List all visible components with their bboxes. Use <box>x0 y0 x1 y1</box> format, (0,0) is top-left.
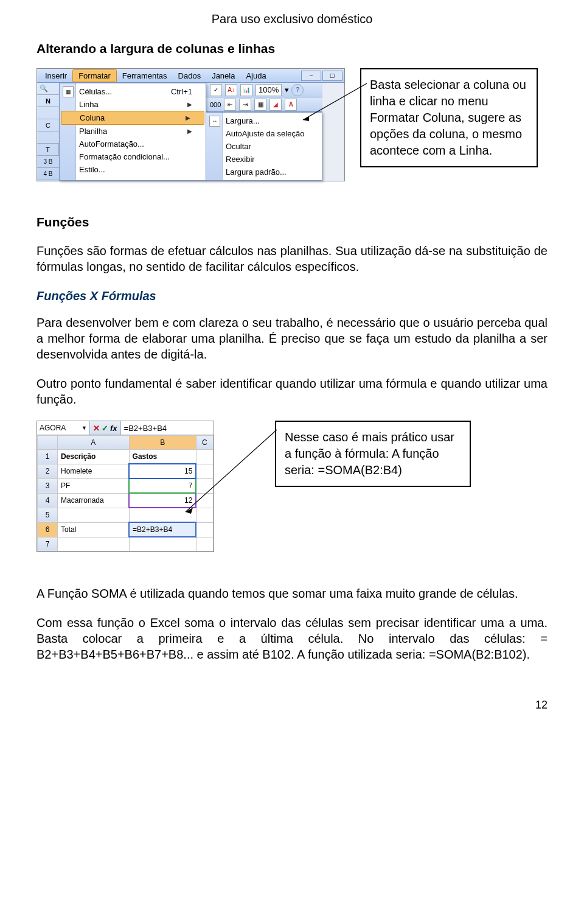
col-header-a[interactable]: A <box>58 436 130 450</box>
menu-dados[interactable]: Dados <box>173 70 207 82</box>
sort-icon[interactable]: A↓ <box>225 84 237 96</box>
svg-line-2 <box>186 430 277 512</box>
paragraph: Outro ponto fundamental é saber identifi… <box>36 376 548 407</box>
cell[interactable] <box>58 508 130 522</box>
row-header[interactable]: 1 <box>38 450 58 464</box>
menu-janela[interactable]: Janela <box>206 70 240 82</box>
menu-item-formatacao-cond[interactable]: Formatação condicional... <box>60 150 206 163</box>
cell[interactable]: Macarronada <box>58 493 130 508</box>
zoom-combo[interactable]: 100% <box>255 84 282 96</box>
menubar: Inserir Formatar Ferramentas Dados Janel… <box>37 69 344 83</box>
chart-icon[interactable]: 📊 <box>240 84 252 96</box>
menu-item-celulas[interactable]: ▦ Células... Ctrl+1 <box>60 85 206 98</box>
submenu-reexibir[interactable]: Reexibir <box>206 153 322 166</box>
menu-inserir[interactable]: Inserir <box>40 70 72 82</box>
row-gutter: 🔍 N C T 3 B 4 B <box>37 83 59 181</box>
page-number: 12 <box>36 699 548 712</box>
select-all-corner[interactable] <box>38 436 58 450</box>
screenshot-menu-formatar: Inserir Formatar Ferramentas Dados Janel… <box>36 68 345 181</box>
figure-1-row: Inserir Formatar Ferramentas Dados Janel… <box>36 68 548 181</box>
cells-icon: ▦ <box>63 86 74 97</box>
row-header[interactable]: 2 <box>38 464 58 478</box>
menu-item-estilo[interactable]: Estilo... <box>60 163 206 176</box>
cell[interactable]: PF <box>58 478 130 493</box>
cell[interactable] <box>58 537 130 551</box>
fill-icon[interactable]: ◢ <box>269 99 282 111</box>
row-header[interactable]: 6 <box>38 522 58 537</box>
cell[interactable] <box>129 537 196 551</box>
leader-line <box>303 102 358 138</box>
header-note: Para uso exclusivo doméstico <box>36 12 548 26</box>
paragraph: Com essa função o Excel soma o intervalo… <box>36 615 548 662</box>
minimize-icon[interactable]: – <box>301 71 321 81</box>
cell[interactable]: Total <box>58 522 130 537</box>
name-box[interactable]: AGORA▼ <box>37 421 90 435</box>
chevron-right-icon: ▶ <box>187 128 192 135</box>
paragraph: A Função SOMA é utilizada quando temos q… <box>36 586 548 601</box>
submenu-largura-padrao[interactable]: Largura padrão... <box>206 166 322 178</box>
help-icon[interactable]: ? <box>291 84 304 96</box>
row-header[interactable]: 3 <box>38 478 58 493</box>
font-color-icon[interactable]: A <box>285 99 297 111</box>
menu-ajuda[interactable]: Ajuda <box>240 70 271 82</box>
window-controls: – ▢ <box>301 71 344 81</box>
menu-item-autoformatacao[interactable]: AutoFormatação... <box>60 138 206 150</box>
dropdown-container: ▦ Células... Ctrl+1 Linha▶ Coluna▶ <box>59 83 322 181</box>
paragraph: Para desenvolver bem e com clareza o seu… <box>36 315 548 362</box>
submenu-ocultar[interactable]: Ocultar <box>206 140 322 153</box>
row-header[interactable]: 7 <box>38 537 58 551</box>
fx-icon[interactable]: fx <box>110 424 117 433</box>
width-icon: ↔ <box>209 116 220 127</box>
indent-left-icon[interactable]: ⇤ <box>224 99 236 111</box>
spellcheck-icon[interactable]: ✓ <box>210 84 222 96</box>
menu-item-linha[interactable]: Linha▶ <box>60 98 206 111</box>
row-header[interactable]: 4 <box>38 493 58 508</box>
callout-1: Basta selecionar a coluna ou linha e cli… <box>360 68 538 167</box>
figure-2-row: AGORA▼ ✕ ✓ fx =B2+B3+B4 A B C 1 D <box>36 421 548 552</box>
section-title-1: Alterando a largura de colunas e linhas <box>36 41 548 56</box>
cell[interactable]: Descrição <box>58 450 130 464</box>
indent-right-icon[interactable]: ⇥ <box>239 99 251 111</box>
menu-item-planilha[interactable]: Planilha▶ <box>60 125 206 138</box>
chevron-right-icon: ▶ <box>187 101 192 108</box>
row-header[interactable]: 5 <box>38 508 58 522</box>
borders-icon[interactable]: ▦ <box>254 99 266 111</box>
subheading-funcoes-x-formulas: Funções X Fórmulas <box>36 288 548 304</box>
cell[interactable] <box>196 537 213 551</box>
dropdown-icon: ▼ <box>82 425 87 431</box>
menu-ferramentas[interactable]: Ferramentas <box>117 70 173 82</box>
enter-icon[interactable]: ✓ <box>102 424 108 433</box>
cancel-icon[interactable]: ✕ <box>93 424 100 433</box>
paragraph: Funções são formas de efetuar cálculos n… <box>36 243 548 275</box>
chevron-right-icon: ▶ <box>186 114 190 121</box>
section-title-funcoes: Funções <box>36 215 548 229</box>
cell[interactable]: Homelete <box>58 464 130 478</box>
menu-item-coluna[interactable]: Coluna▶ <box>61 111 204 125</box>
svg-marker-1 <box>303 116 309 121</box>
menu-formatar[interactable]: Formatar <box>72 69 117 82</box>
restore-icon[interactable]: ▢ <box>322 71 342 81</box>
leader-line-2 <box>186 430 295 527</box>
callout-2: Nesse caso é mais prático usar a função … <box>275 421 471 487</box>
format-menu: ▦ Células... Ctrl+1 Linha▶ Coluna▶ <box>59 83 206 181</box>
